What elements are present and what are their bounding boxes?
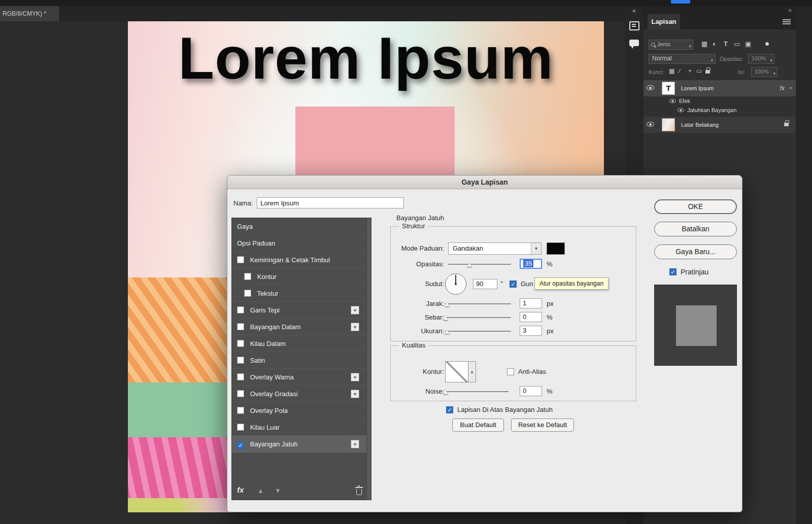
slider-thumb[interactable] xyxy=(443,316,448,320)
pixel-layer-filter-icon[interactable]: ▦ xyxy=(701,40,707,48)
style-item-garis-tepi[interactable]: Garis Tepi + xyxy=(232,302,366,319)
distance-slider[interactable] xyxy=(445,303,511,304)
type-layer-filter-icon[interactable]: T xyxy=(724,40,728,48)
style-item-satin[interactable]: Satin xyxy=(232,352,366,369)
style-item-bayangan-jatuh[interactable]: Bayangan Jatuh + xyxy=(232,436,366,452)
checkbox[interactable] xyxy=(237,323,244,330)
style-item-kilau-dalam[interactable]: Kilau Dalam xyxy=(232,335,366,352)
style-item-opsi-paduan[interactable]: Opsi Paduan xyxy=(232,235,366,252)
lock-artboard-icon[interactable]: ▭ xyxy=(696,67,702,75)
layer-row-latar-belakang[interactable]: Latar Belakang xyxy=(644,117,796,133)
layer-row-lorem-ipsum[interactable]: T Lorem Ipsum fx ▾ xyxy=(644,80,796,96)
contour-preview[interactable] xyxy=(445,361,468,382)
anti-alias-checkbox[interactable] xyxy=(507,368,514,375)
document-tab[interactable]: RGB/8/CMYK) * xyxy=(0,6,60,21)
add-style-instance-button[interactable]: + xyxy=(351,306,359,315)
opacity-slider[interactable] xyxy=(448,264,511,265)
angle-field[interactable]: 90 xyxy=(473,279,497,289)
lock-all-icon[interactable] xyxy=(705,70,710,74)
contour-picker-arrow[interactable]: ▾ xyxy=(468,361,476,382)
text-layer-thumbnail[interactable]: T xyxy=(662,82,675,95)
style-item-tekstur[interactable]: Tekstur xyxy=(232,285,366,302)
spread-slider[interactable] xyxy=(445,317,511,318)
tab-lapisan[interactable]: Lapisan xyxy=(648,14,680,29)
add-style-instance-button[interactable]: + xyxy=(351,390,359,398)
style-item-overlay-warna[interactable]: Overlay Warna + xyxy=(232,369,366,386)
checkbox[interactable] xyxy=(244,290,251,297)
comment-panel-icon[interactable] xyxy=(629,40,639,46)
adjustment-layer-filter-icon[interactable]: ◐ xyxy=(713,40,717,48)
lock-transparency-icon[interactable]: ▦ xyxy=(669,67,674,75)
checkbox[interactable] xyxy=(237,256,244,263)
style-item-gaya[interactable]: Gaya xyxy=(232,218,366,235)
style-item-kemiringan-cetak-timbul[interactable]: Kemiringan & Cetak Timbul xyxy=(232,252,366,268)
lock-position-icon[interactable]: + xyxy=(688,67,692,75)
checkbox[interactable] xyxy=(237,407,244,414)
checkbox[interactable] xyxy=(237,373,244,380)
effects-collapse-icon[interactable]: ▾ xyxy=(790,86,792,90)
ok-button[interactable]: OKE xyxy=(654,199,737,214)
checkbox[interactable] xyxy=(237,390,244,397)
checkbox[interactable] xyxy=(237,357,244,364)
collapse-dock-icon[interactable]: « xyxy=(632,7,636,14)
layer-name[interactable]: Lorem Ipsum xyxy=(681,85,714,91)
panel-fill-value[interactable]: 100% ▾ xyxy=(751,67,777,77)
slider-thumb[interactable] xyxy=(445,329,450,334)
panel-opacity-value[interactable]: 100% ▾ xyxy=(748,54,774,64)
preview-checkbox[interactable] xyxy=(669,268,676,275)
scrollbar[interactable] xyxy=(366,218,371,500)
move-effect-up-button[interactable]: ▲ xyxy=(257,487,264,495)
make-default-button[interactable]: Buat Default xyxy=(452,418,504,432)
style-item-overlay-pola[interactable]: Overlay Pola xyxy=(232,402,366,419)
noise-slider[interactable] xyxy=(445,391,509,392)
use-global-light-checkbox[interactable] xyxy=(510,281,517,288)
opacity-field[interactable]: 35 xyxy=(520,259,542,269)
cancel-button[interactable]: Batalkan xyxy=(654,222,737,236)
visibility-cell[interactable] xyxy=(644,117,658,133)
size-field[interactable]: 3 xyxy=(520,326,542,336)
smart-object-filter-icon[interactable]: ▣ xyxy=(745,40,751,48)
delete-effect-button[interactable] xyxy=(356,489,362,495)
noise-field[interactable]: 0 xyxy=(520,386,542,396)
shape-layer-filter-icon[interactable]: ▭ xyxy=(734,40,740,48)
collapse-panel-icon[interactable]: » xyxy=(788,7,792,14)
visibility-cell[interactable] xyxy=(644,80,658,96)
visibility-eye-icon[interactable] xyxy=(647,85,654,90)
size-slider[interactable] xyxy=(445,331,511,332)
dialog-titlebar[interactable]: Gaya Lapisan xyxy=(227,176,742,189)
layer-filter-select[interactable]: Jenis ▾ xyxy=(649,40,693,50)
new-style-button[interactable]: Gaya Baru... xyxy=(654,244,737,259)
checkbox[interactable] xyxy=(237,442,244,449)
add-style-instance-button[interactable]: + xyxy=(351,323,359,331)
effects-header-row[interactable]: Efek xyxy=(644,96,796,106)
slider-thumb[interactable] xyxy=(445,302,450,306)
name-input[interactable] xyxy=(257,197,404,208)
slider-thumb[interactable] xyxy=(467,262,472,267)
checkbox[interactable] xyxy=(237,340,244,347)
background-layer-thumbnail[interactable] xyxy=(662,118,675,131)
visibility-eye-icon[interactable] xyxy=(647,122,654,127)
add-style-instance-button[interactable]: + xyxy=(351,373,359,381)
checkbox[interactable] xyxy=(237,306,244,313)
layer-knockout-checkbox[interactable] xyxy=(446,406,453,413)
shadow-blend-mode-select[interactable]: Gandakan ▾ xyxy=(448,242,542,255)
slider-thumb[interactable] xyxy=(443,390,448,394)
visibility-eye-icon[interactable] xyxy=(669,99,676,103)
fx-icon[interactable]: fx xyxy=(237,485,244,494)
move-effect-down-button[interactable]: ▼ xyxy=(275,487,281,495)
panel-menu-icon[interactable] xyxy=(783,19,791,25)
blend-mode-select[interactable]: Normal ▾ xyxy=(649,54,716,64)
visibility-eye-icon[interactable] xyxy=(678,108,684,113)
style-item-overlay-gradasi[interactable]: Overlay Gradasi + xyxy=(232,386,366,402)
filter-toggle-dot[interactable] xyxy=(765,42,769,46)
drop-shadow-effect-row[interactable]: Jatuhkan Bayangan xyxy=(644,106,796,115)
checkbox[interactable] xyxy=(244,273,251,280)
style-item-kilau-luar[interactable]: Kilau Luar xyxy=(232,419,366,436)
style-item-kontur[interactable]: Kontur xyxy=(232,268,366,285)
add-style-instance-button[interactable]: + xyxy=(351,440,359,448)
docked-panel-icon[interactable] xyxy=(629,21,639,30)
shadow-color-swatch[interactable] xyxy=(547,242,565,255)
angle-dial[interactable] xyxy=(445,273,466,295)
fx-badge[interactable]: fx xyxy=(780,85,785,92)
lock-pixels-icon[interactable]: ∕ xyxy=(679,67,680,75)
